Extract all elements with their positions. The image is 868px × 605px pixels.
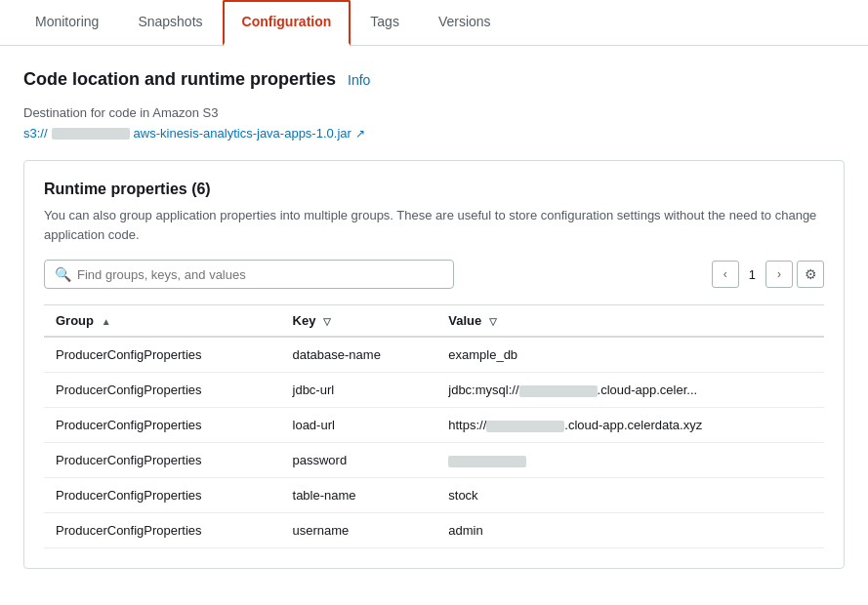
s3-prefix: s3:// (23, 126, 48, 141)
s3-filename: aws-kinesis-analytics-java-apps-1.0.jar (134, 126, 351, 141)
cell-group: ProducerConfigProperties (44, 443, 281, 478)
column-group[interactable]: Group ▲ (44, 305, 281, 338)
value-prefix: https:// (448, 418, 486, 432)
runtime-properties-card: Runtime properties (6) You can also grou… (23, 160, 845, 569)
table-row: ProducerConfigPropertiesload-urlhttps://… (44, 408, 824, 443)
cell-key: table-name (281, 478, 437, 513)
tab-tags[interactable]: Tags (351, 0, 419, 46)
col-key-label: Key (293, 313, 316, 328)
cell-group: ProducerConfigProperties (44, 337, 281, 373)
cell-value: stock (436, 478, 824, 513)
tab-configuration[interactable]: Configuration (223, 0, 351, 46)
sort-asc-icon: ▲ (102, 316, 111, 327)
s3-redacted (52, 128, 130, 140)
cell-value: admin (436, 513, 824, 548)
s3-link[interactable]: s3:// aws-kinesis-analytics-java-apps-1.… (23, 126, 845, 141)
col-group-label: Group (56, 313, 94, 328)
table-row: ProducerConfigPropertiespassword (44, 443, 824, 478)
cell-key: jdbc-url (281, 373, 437, 408)
external-link-icon: ↗ (355, 127, 365, 141)
section-title: Code location and runtime properties (23, 69, 336, 90)
redacted-inline (519, 385, 598, 397)
runtime-props-title: Runtime properties (44, 181, 187, 197)
value-suffix: .cloud-app.celer... (598, 383, 698, 397)
value-suffix: .cloud-app.celerdata.xyz (564, 418, 702, 432)
cell-value (436, 443, 824, 478)
cell-group: ProducerConfigProperties (44, 513, 281, 548)
table-row: ProducerConfigPropertiesdatabase-nameexa… (44, 337, 824, 373)
cell-value: jdbc:mysql://.cloud-app.celer... (436, 373, 824, 408)
prev-page-button[interactable]: ‹ (712, 261, 739, 288)
properties-table: Group ▲ Key ▽ Value ▽ ProducerConfigProp… (44, 304, 824, 548)
info-link[interactable]: Info (348, 72, 370, 88)
table-row: ProducerConfigPropertiesusernameadmin (44, 513, 824, 548)
cell-key: username (281, 513, 437, 548)
page-number: 1 (743, 267, 762, 282)
column-value[interactable]: Value ▽ (436, 305, 824, 338)
next-page-button[interactable]: › (765, 261, 793, 288)
cell-key: password (281, 443, 437, 478)
card-title: Runtime properties (6) (44, 181, 824, 198)
cell-key: load-url (281, 408, 437, 443)
cell-group: ProducerConfigProperties (44, 373, 281, 408)
value-prefix: jdbc:mysql:// (448, 383, 518, 397)
cell-group: ProducerConfigProperties (44, 478, 281, 513)
settings-button[interactable]: ⚙ (797, 261, 824, 288)
search-input-wrapper: 🔍 (44, 260, 454, 289)
search-input[interactable] (77, 267, 443, 282)
table-row: ProducerConfigPropertiestable-namestock (44, 478, 824, 513)
search-icon: 🔍 (55, 266, 71, 282)
runtime-props-count: (6) (191, 181, 211, 197)
tab-snapshots[interactable]: Snapshots (118, 0, 222, 46)
cell-key: database-name (281, 337, 437, 373)
cell-group: ProducerConfigProperties (44, 408, 281, 443)
column-key[interactable]: Key ▽ (281, 305, 437, 338)
sort-desc-icon-key: ▽ (323, 316, 331, 327)
col-value-label: Value (448, 313, 481, 328)
redacted-value (448, 456, 526, 467)
tab-versions[interactable]: Versions (419, 0, 511, 46)
tab-bar: Monitoring Snapshots Configuration Tags … (0, 0, 868, 46)
cell-value: example_db (436, 337, 824, 373)
cell-value: https://.cloud-app.celerdata.xyz (436, 408, 824, 443)
table-row: ProducerConfigPropertiesjdbc-urljdbc:mys… (44, 373, 824, 408)
destination-label: Destination for code in Amazon S3 (23, 105, 845, 120)
tab-monitoring[interactable]: Monitoring (16, 0, 118, 46)
redacted-inline (486, 421, 564, 432)
sort-desc-icon-value: ▽ (489, 316, 497, 327)
card-description: You can also group application propertie… (44, 206, 824, 244)
